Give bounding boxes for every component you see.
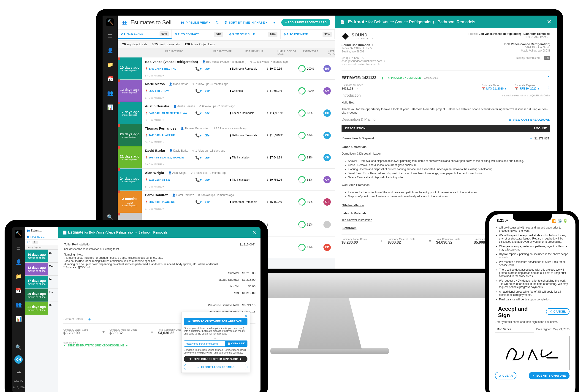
est-expire-picker[interactable]: 📅 JUN 20, 2020 ▾ (515, 87, 539, 90)
estimator-chip[interactable]: BG (323, 65, 331, 72)
lead-address[interactable]: 📍 1393 17TH STREET NE (145, 67, 195, 70)
edit-icon[interactable]: ✎ (378, 63, 380, 66)
estimator-chip[interactable]: EC (323, 244, 331, 251)
show-more-link[interactable]: SHOW MORE ▾ (145, 96, 335, 99)
lead-address[interactable]: 📍 5627 5TH ST NW (145, 90, 195, 92)
nav-chart-icon[interactable]: 📊 (15, 315, 22, 323)
itemized-toggle[interactable]: Display as itemized NO (469, 56, 550, 60)
nav-list-icon[interactable]: ☰ (106, 32, 114, 40)
show-more-link[interactable]: SHOW MORE ▾ (145, 74, 335, 77)
lead-address[interactable]: 📍 6807 19TH PLACE NE (145, 200, 195, 204)
toggle-off[interactable]: NO (544, 56, 550, 60)
estimator-chip[interactable] (323, 221, 331, 228)
estimator-chip[interactable]: CH (323, 132, 331, 139)
edit-icon[interactable]: ✎ (362, 56, 364, 59)
send-change-order-button[interactable]: ✈ SEND CHANGE ORDER 1421122-CO1 ▸ (184, 356, 247, 362)
chevron-up-icon[interactable]: ⌃ (547, 75, 550, 80)
estimator-chip[interactable]: CH (323, 154, 331, 161)
mini-lead-row[interactable]: 20 days agomoved to phaseT… (25, 289, 58, 302)
show-more-link[interactable]: SHOW MORE ▾ (145, 118, 335, 122)
user-avatar[interactable]: CH (14, 355, 23, 364)
lead-row[interactable]: 21 days agomoved to phase David Burke 👤 … (118, 146, 335, 168)
show-more-link[interactable]: SHOW MORE ▾ (145, 185, 335, 188)
email-icon[interactable]: ✉▾ (205, 89, 210, 93)
show-more-link[interactable]: SHOW MORE ▾ (145, 208, 335, 210)
pipeline-view-dropdown[interactable]: 👥 PIPELINE VIEW ▾ (181, 21, 210, 24)
call-icon[interactable]: 📞▾ (195, 156, 202, 160)
email-icon[interactable]: ✉▾ (205, 156, 210, 160)
send-to-customer-button[interactable]: ✉ SEND TO CUSTOMER FOR APPROVAL (184, 318, 247, 325)
filter-icon[interactable]: ▾ (271, 19, 278, 26)
submit-signature-button[interactable]: ✔ SUBMIT SIGNATURE (529, 372, 570, 380)
nav-team-icon[interactable]: 👥 (106, 89, 114, 97)
edit-icon[interactable]: ✎ (383, 60, 386, 62)
nav-folder-icon[interactable]: 📁 (106, 61, 114, 69)
lead-address[interactable]: 📍 206 A ST SEATTLE, WA 98261 (145, 156, 195, 159)
full-name-input[interactable]: Bob Vance (495, 326, 534, 332)
show-more-link[interactable]: SHOW MORE ▾ (145, 141, 335, 144)
cancel-button[interactable]: ✕ CANCEL (546, 308, 570, 315)
add-project-lead-button[interactable]: + ADD A NEW PROJECT LEAD (281, 19, 330, 26)
phase-tab[interactable]: ⚙ 2 TO CONTACT86% (172, 30, 226, 39)
nav-team-icon[interactable]: 👥 (15, 301, 22, 309)
nav-calendar-icon[interactable]: 📅 (106, 75, 114, 83)
close-icon[interactable]: ✕ (184, 314, 247, 318)
lead-row[interactable]: 24 days agomoved to phase Alan Wright 👤 … (118, 168, 335, 191)
clear-signature-button[interactable]: ⊘ CLEAR (495, 372, 517, 380)
view-cost-breakdown-link[interactable]: ▤ VIEW COST BREAKDOWN (509, 118, 550, 121)
sort-list-icon[interactable]: ⇅ (214, 19, 221, 26)
email-icon[interactable]: ✉▾ (205, 133, 210, 138)
nav-search-icon[interactable]: 🔍 (15, 344, 22, 351)
lead-row[interactable]: 10 days agomoved to phase Bob Vance (Van… (118, 58, 335, 80)
phase-tab[interactable]: ⚙ 1 NEW LEADS99% (118, 30, 172, 39)
call-icon[interactable]: 📞▾ (195, 111, 202, 116)
mini-lead-row[interactable]: 17 days agomoved to phaseA… (25, 276, 58, 289)
estimator-chip[interactable]: GT (323, 198, 331, 206)
email-icon[interactable]: ✉▾ (205, 111, 210, 116)
sort-dropdown[interactable]: ⏱ SORT BY TIME IN PHASE ▾ (224, 21, 267, 24)
mini-lead-row[interactable]: 12 days agomoved to phaseM… (25, 263, 58, 276)
estimator-chip[interactable]: CV (323, 87, 331, 94)
estimator-chip[interactable]: CV (323, 176, 331, 184)
signature-box[interactable] (495, 336, 570, 370)
nav-people-icon[interactable]: 👤 (15, 258, 22, 266)
nav-hammer-icon[interactable]: 🔨 (106, 18, 114, 26)
lead-row[interactable]: 17 days agomoved to phase Austin Berisha… (118, 102, 335, 124)
email-icon[interactable]: ✉▾ (205, 200, 210, 204)
lead-row[interactable]: 12 days agomoved to phase Marie Matos 👤 … (118, 80, 335, 102)
nav-people-icon[interactable]: 👤 (106, 47, 114, 54)
nav-folder-icon[interactable]: 📁 (15, 272, 22, 280)
nav-hammer-icon[interactable]: 🔨 (15, 230, 22, 238)
estimator-chip[interactable]: CH (323, 110, 331, 117)
nav-cloud-icon[interactable]: ☁ (15, 368, 22, 376)
close-icon[interactable]: ✕ (547, 18, 552, 26)
add-icon[interactable]: ＋ (87, 316, 91, 322)
more-icon[interactable]: ⋮ (547, 86, 550, 89)
email-icon[interactable]: ✉▾ (205, 178, 210, 182)
lead-row[interactable]: 2 months agomoved to phase Carol Ramirez… (118, 191, 335, 213)
edit-icon[interactable]: ✎ (372, 44, 374, 46)
copy-link-button[interactable]: 📋 COPY LINK (225, 341, 247, 346)
call-icon[interactable]: 📞▾ (195, 200, 202, 204)
mini-lead-row[interactable]: 10 days agomoved to phaseB… (25, 250, 58, 263)
phase-tab[interactable]: ⚙ 3 TO SCHEDULE69% (226, 30, 281, 39)
export-labor-button[interactable]: ⭳ EXPORT LABOR TO TASKS (184, 364, 247, 370)
share-link-input[interactable] (184, 341, 225, 346)
call-icon[interactable]: 📞▾ (195, 89, 202, 93)
lead-address[interactable]: 📍 3416 14TH CT NE SEATTLE, WA (145, 112, 195, 115)
mini-lead-row[interactable]: 21 days agomoved to phaseD… (25, 302, 58, 315)
phase-tab[interactable]: ⚙ 4 TO ESTIMATE90% (281, 30, 335, 39)
nav-calendar-icon[interactable]: 📅 (15, 287, 22, 294)
est-date-picker[interactable]: 📅 MAY 21, 2020 ▾ (482, 87, 506, 90)
lead-address[interactable]: 📍 1641 14TH PLACE NE (145, 134, 195, 137)
lead-address[interactable]: 📍 5155 11TH CT SW (145, 178, 195, 181)
call-icon[interactable]: 📞▾ (195, 133, 202, 138)
lead-row[interactable]: 20 days agomoved to phase Thomas Fernand… (118, 124, 335, 146)
nav-chart-icon[interactable]: 📊 (106, 104, 114, 111)
email-icon[interactable]: ✉▾ (205, 67, 210, 71)
close-icon[interactable]: ✕ (252, 230, 256, 236)
edit-icon[interactable]: ✎ (356, 87, 358, 90)
call-icon[interactable]: 📞▾ (195, 178, 202, 182)
expand-icon[interactable]: ＋ (530, 137, 533, 140)
show-more-link[interactable]: SHOW MORE ▾ (145, 163, 335, 166)
